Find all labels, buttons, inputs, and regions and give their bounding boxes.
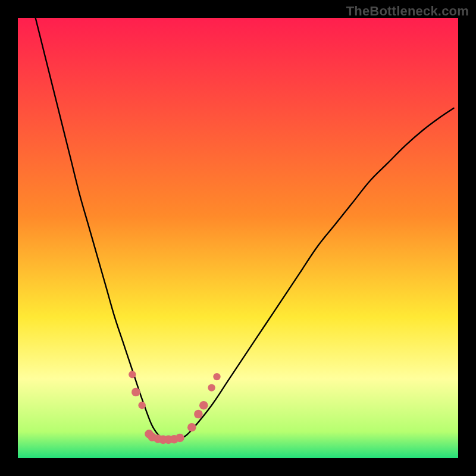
curve-svg [18, 18, 458, 458]
data-marker [199, 401, 208, 410]
watermark-text: TheBottleneck.com [346, 4, 469, 19]
data-marker [194, 410, 203, 419]
chart-frame: TheBottleneck.com [0, 0, 476, 476]
plot-area [18, 18, 458, 458]
data-marker [208, 384, 215, 391]
data-marker [187, 423, 196, 432]
data-marker [131, 388, 140, 397]
bottleneck-curve [36, 18, 454, 440]
data-marker [176, 434, 184, 443]
data-marker [213, 373, 220, 380]
data-marker [129, 371, 136, 378]
data-marker [138, 402, 145, 409]
